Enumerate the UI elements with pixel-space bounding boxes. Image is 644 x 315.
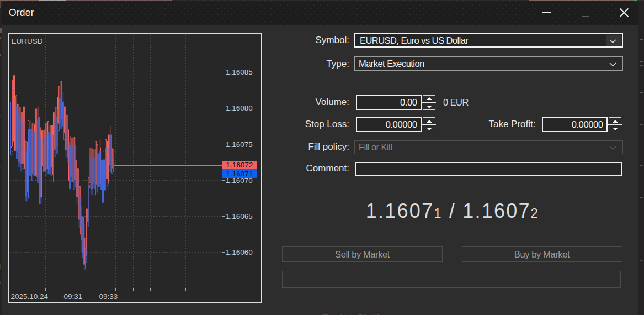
svg-text:2025.10.24: 2025.10.24 (10, 292, 48, 301)
svg-text:1.16075: 1.16075 (226, 140, 253, 149)
svg-text:EURUSD: EURUSD (11, 37, 42, 45)
svg-text:1.16085: 1.16085 (226, 68, 253, 76)
svg-text:1.16071: 1.16071 (226, 170, 253, 178)
svg-text:09:31: 09:31 (63, 292, 82, 301)
svg-text:1.16060: 1.16060 (226, 248, 253, 256)
svg-text:09:33: 09:33 (99, 292, 118, 301)
svg-text:1.16080: 1.16080 (226, 104, 253, 112)
svg-text:1.16072: 1.16072 (226, 161, 253, 169)
